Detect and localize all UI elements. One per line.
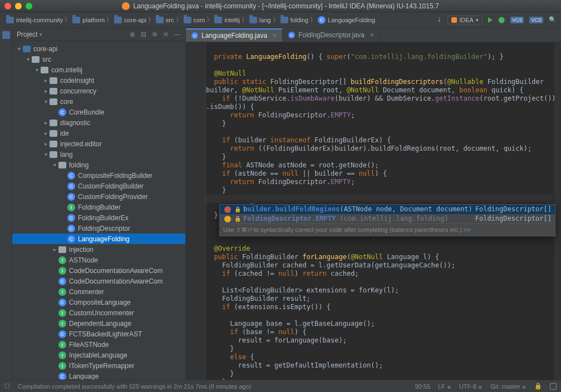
run-icon[interactable] <box>488 17 493 23</box>
tree-node[interactable]: ▸injection <box>12 244 185 255</box>
tree-node[interactable]: CCustomFoldingProvider <box>12 191 185 202</box>
project-view-selector[interactable]: Project ▾ <box>17 31 42 38</box>
editor-tab[interactable]: CFoldingDescriptor.java× <box>283 28 380 42</box>
disclosure-triangle-icon[interactable]: ▾ <box>16 46 22 52</box>
minimize-toolwindow-icon[interactable]: — <box>173 31 181 38</box>
tree-node[interactable]: CFoldingDescriptor <box>12 223 185 234</box>
tree-node[interactable]: ▸codeInsight <box>12 75 185 86</box>
completion-item[interactable]: 🔒FoldingDescriptor.EMPTY (com.intellij.l… <box>220 214 555 224</box>
caret-position[interactable]: 90:55 <box>415 383 430 390</box>
tree-node-label: src <box>42 56 51 63</box>
breadcrumb-item[interactable]: CLanguageFolding <box>316 16 377 24</box>
tree-node[interactable]: CFCTSBackedLighterAST <box>12 329 185 339</box>
search-icon[interactable]: 🔍 <box>549 16 557 23</box>
disclosure-triangle-icon[interactable]: ▾ <box>24 56 31 62</box>
breadcrumb-item[interactable]: intellij <box>213 17 242 23</box>
class-icon: C <box>67 235 76 243</box>
tree-node[interactable]: ▾lang <box>12 149 185 160</box>
vcs-commit-icon[interactable]: VCS <box>529 17 543 23</box>
close-tab-icon[interactable]: × <box>370 31 374 39</box>
completion-popup[interactable]: 🔒builder.buildFoldRegions(ASTNode node, … <box>219 204 555 236</box>
debug-icon[interactable]: ⬤ <box>498 16 505 23</box>
tree-node-label: DependentLanguage <box>69 320 131 328</box>
disclosure-triangle-icon[interactable]: ▸ <box>42 130 49 136</box>
lock-icon: 🔒 <box>234 205 241 214</box>
disclosure-triangle-icon[interactable]: ▸ <box>42 77 49 83</box>
file-encoding[interactable]: UTF-8 ≑ <box>459 383 483 390</box>
breadcrumb-item[interactable]: lang <box>248 17 273 23</box>
tree-node[interactable]: CLanguageFolding <box>12 234 185 244</box>
tree-node[interactable]: ▾com.intellij <box>12 64 185 75</box>
tree-node[interactable]: IFileASTNode <box>12 339 185 350</box>
tree-node[interactable]: ICodeDocumentationAwareCom <box>12 265 185 276</box>
minimize-icon[interactable] <box>15 3 22 9</box>
close-icon[interactable] <box>4 3 11 9</box>
project-tree[interactable]: ▾core-api▾src▾com.intellij▸codeInsight▸c… <box>12 41 185 380</box>
event-log-icon[interactable]: ☐ <box>4 383 10 390</box>
gear-icon[interactable]: ✲ <box>151 31 159 38</box>
tree-node-label: core-api <box>33 45 57 53</box>
tree-node-label: CustomFoldingProvider <box>78 193 147 201</box>
completion-hint-link[interactable]: >> <box>464 226 471 233</box>
tree-node[interactable]: CCompositeFoldingBuilder <box>12 170 185 181</box>
tree-node[interactable]: ▾src <box>12 54 185 64</box>
tree-node[interactable]: ▾core <box>12 96 185 107</box>
tree-node[interactable]: CCoreBundle <box>12 107 185 117</box>
tree-node[interactable]: IITokenTypeRemapper <box>12 360 185 371</box>
class-icon: C <box>191 32 198 39</box>
breadcrumb-item[interactable]: platform <box>71 17 106 23</box>
tree-node[interactable]: CFoldingBuilderEx <box>12 212 185 223</box>
make-icon[interactable]: ⤓ <box>437 16 442 23</box>
code-area[interactable]: private LanguageFolding() { super("com.i… <box>186 42 561 380</box>
tree-node[interactable]: IInjectableLanguage <box>12 350 185 360</box>
tree-node[interactable]: CCustomFoldingBuilder <box>12 181 185 191</box>
vcs-update-icon[interactable]: VCS <box>510 17 524 23</box>
tree-node[interactable]: ▸injected.editor <box>12 138 185 149</box>
disclosure-triangle-icon[interactable]: ▾ <box>33 67 40 73</box>
breadcrumb-item[interactable]: core-api <box>112 17 148 23</box>
tree-node[interactable]: CLanguage <box>12 371 185 380</box>
disclosure-triangle-icon[interactable]: ▾ <box>42 98 49 105</box>
tree-node[interactable]: ▾folding <box>12 160 185 170</box>
line-separator[interactable]: LF ≑ <box>438 383 451 390</box>
tree-node[interactable]: IASTNode <box>12 255 185 265</box>
scroll-from-source-icon[interactable]: ⊕ <box>129 31 136 38</box>
editor-tab[interactable]: CLanguageFolding.java× <box>186 28 283 42</box>
maximize-icon[interactable] <box>26 3 32 9</box>
disclosure-triangle-icon[interactable]: ▸ <box>42 120 49 126</box>
collapse-all-icon[interactable]: ⊟ <box>140 31 147 38</box>
completion-item[interactable]: 🔒builder.buildFoldRegions(ASTNode node, … <box>220 205 555 214</box>
close-tab-icon[interactable]: × <box>273 32 277 39</box>
tree-node[interactable]: ICommenter <box>12 286 185 297</box>
git-branch[interactable]: Git: master ≑ <box>490 383 526 390</box>
project-toolwindow-icon[interactable] <box>2 31 10 39</box>
tree-node[interactable]: ICustomUncommenter <box>12 307 185 318</box>
tree-node[interactable]: IDependentLanguage <box>12 318 185 329</box>
disclosure-triangle-icon[interactable]: ▾ <box>42 151 49 157</box>
breadcrumb-item[interactable]: src <box>154 17 176 23</box>
disclosure-triangle-icon[interactable]: ▸ <box>42 141 49 147</box>
tree-node[interactable]: ▾core-api <box>12 43 185 54</box>
readonly-lock-icon[interactable]: 🔒 <box>534 383 542 390</box>
hector-icon[interactable] <box>550 383 557 390</box>
hide-icon[interactable]: ⤧ <box>162 31 170 38</box>
chevron-right-icon: 〉 <box>310 16 316 24</box>
disclosure-triangle-icon[interactable]: ▸ <box>42 88 49 94</box>
tree-node[interactable]: ▸concurrency <box>12 86 185 96</box>
tree-node[interactable]: IFoldingBuilder <box>12 202 185 212</box>
breadcrumb-item[interactable]: intellij-community <box>4 17 65 23</box>
interface-icon: I <box>67 204 76 211</box>
tree-node[interactable]: CCompositeLanguage <box>12 297 185 307</box>
chevron-right-icon: 〉 <box>148 16 154 24</box>
tree-node[interactable]: ▸diagnostic <box>12 117 185 128</box>
field-icon <box>224 216 231 222</box>
disclosure-triangle-icon[interactable]: ▾ <box>51 162 58 168</box>
breadcrumb-item[interactable]: folding <box>279 17 310 23</box>
tree-node[interactable]: ▸ide <box>12 128 185 138</box>
run-config-selector[interactable]: IDEA ▾ <box>447 16 483 24</box>
tree-node-label: FileASTNode <box>69 341 109 349</box>
interface-icon: I <box>58 362 67 370</box>
disclosure-triangle-icon[interactable]: ▸ <box>51 246 58 252</box>
tree-node[interactable]: CCodeDocumentationAwareCom <box>12 276 185 286</box>
breadcrumb-item[interactable]: com <box>182 17 207 23</box>
